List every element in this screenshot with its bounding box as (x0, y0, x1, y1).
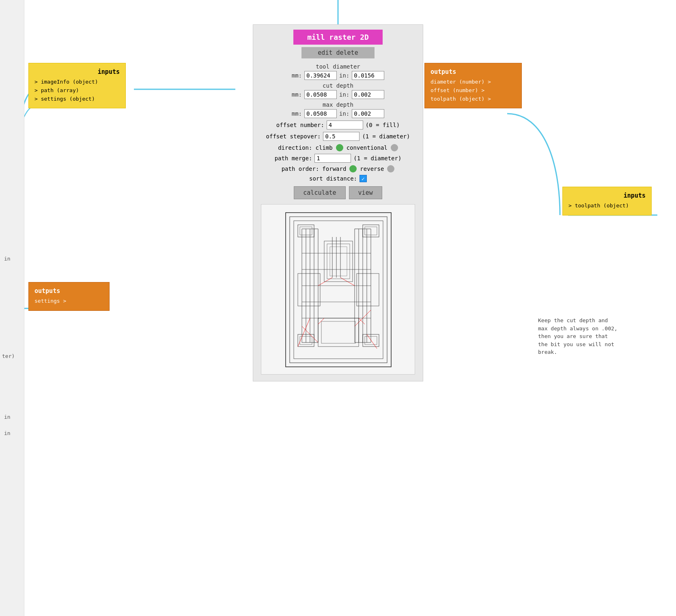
outputs-left-item-1: settings > (34, 297, 103, 306)
inputs-box-left: inputs > imageInfo (object) > path (arra… (28, 63, 126, 108)
outputs-right-item-3: toolpath (object) > (431, 95, 516, 103)
outputs-right-item-1: diameter (number) > (431, 78, 516, 86)
reverse-label: reverse (360, 166, 384, 172)
direction-label: direction: (278, 144, 312, 151)
path-merge-input[interactable] (314, 154, 351, 163)
path-merge-hint: (1 = diameter) (353, 155, 401, 162)
sort-distance-checkbox[interactable]: ✓ (360, 175, 367, 182)
outputs-box-left: outputs settings > (28, 282, 110, 311)
in-label-1: in: (339, 72, 349, 79)
inputs-item-3: > settings (object) (34, 95, 120, 103)
svg-rect-40 (327, 244, 350, 279)
forward-label: forward (322, 166, 346, 172)
svg-rect-1 (290, 217, 387, 363)
cut-depth-label: cut depth (260, 82, 416, 89)
max-depth-mm[interactable] (304, 109, 337, 118)
hint-text: Keep the cut depth and max depth always … (538, 317, 619, 356)
sidebar-in-label: in (4, 256, 11, 262)
mm-label-2: mm: (292, 91, 302, 98)
offset-number-hint: (0 = fill) (366, 122, 400, 128)
edit-delete-bar: edit delete (301, 47, 375, 58)
left-sidebar: in ter) in in (0, 0, 24, 616)
offset-number-label: offset number: (276, 122, 324, 128)
svg-rect-44 (298, 274, 320, 306)
calculate-button[interactable]: calculate (294, 186, 345, 199)
max-depth-label: max depth (260, 101, 416, 108)
in-label-3: in: (339, 110, 349, 117)
path-merge-label: path merge: (275, 155, 312, 162)
svg-rect-39 (324, 241, 353, 282)
conventional-label: conventional (347, 144, 388, 151)
max-depth-in[interactable] (352, 109, 384, 118)
inputs-right-item-1: > toolpath (object) (568, 202, 646, 210)
climb-label: climb (315, 144, 332, 151)
in-label-2: in: (339, 91, 349, 98)
tool-diameter-label: tool diameter (260, 63, 416, 70)
inputs-title: inputs (34, 68, 120, 75)
inputs-item-2: > path (array) (34, 86, 120, 95)
inputs-box-right: inputs > toolpath (object) (562, 187, 652, 215)
title-bar: mill raster 2D (293, 30, 383, 45)
reverse-radio[interactable] (387, 165, 394, 172)
sort-distance-label: sort distance: (309, 175, 357, 182)
offset-stepover-label: offset stepover: (266, 133, 321, 140)
sidebar-in3-label: in (4, 430, 11, 436)
center-panel: mill raster 2D edit delete tool diameter… (253, 24, 423, 381)
sidebar-ter-label: ter) (2, 353, 15, 359)
mm-label-1: mm: (292, 72, 302, 79)
offset-stepover-hint: (1 = diameter) (362, 133, 410, 140)
cut-depth-mm[interactable] (304, 90, 337, 99)
mm-label-3: mm: (292, 110, 302, 117)
view-button[interactable]: view (349, 186, 382, 199)
outputs-right-item-2: offset (number) > (431, 86, 516, 95)
outputs-box-right: outputs diameter (number) > offset (numb… (424, 63, 522, 108)
tool-diameter-mm[interactable] (304, 71, 337, 80)
sidebar-in2-label: in (4, 414, 11, 420)
path-order-label: path order: (282, 166, 319, 172)
svg-rect-0 (286, 213, 391, 367)
offset-number-input[interactable] (327, 121, 363, 129)
tool-diameter-in[interactable] (352, 71, 384, 80)
inputs-item-1: > imageInfo (object) (34, 78, 120, 86)
inputs-right-title: inputs (568, 192, 646, 199)
forward-radio[interactable] (349, 165, 357, 172)
svg-line-46 (318, 318, 324, 324)
toolpath-preview (261, 205, 415, 375)
outputs-right-title: outputs (431, 68, 516, 75)
climb-radio[interactable] (336, 144, 343, 151)
outputs-left-title: outputs (34, 287, 103, 295)
svg-rect-43 (321, 321, 355, 343)
svg-rect-2 (294, 221, 383, 359)
offset-stepover-input[interactable] (323, 132, 360, 141)
conventional-radio[interactable] (391, 144, 398, 151)
cut-depth-in[interactable] (352, 90, 384, 99)
svg-rect-45 (357, 274, 379, 306)
preview-box (261, 204, 415, 375)
svg-rect-42 (318, 318, 359, 347)
